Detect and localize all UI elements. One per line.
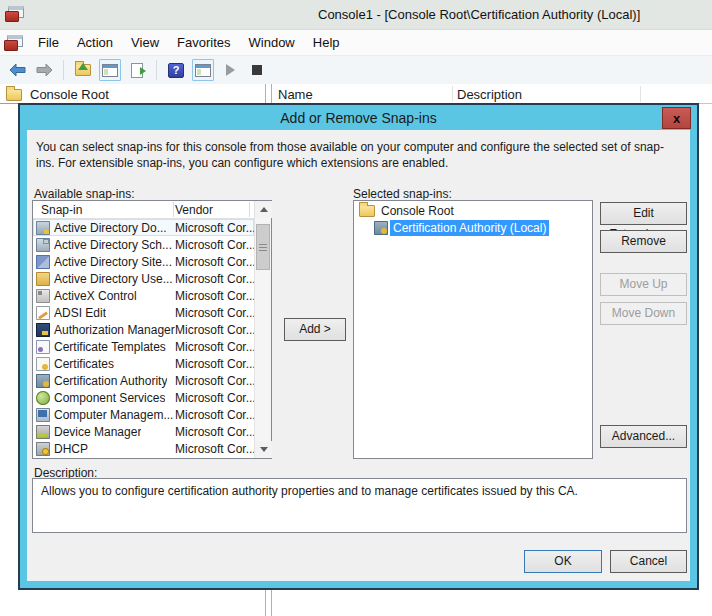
dialog-intro-text: You can select snap-ins for this console… — [36, 140, 676, 171]
edit-extensions-button[interactable]: Edit Extensions... — [600, 202, 687, 225]
certification-authority-icon — [36, 374, 50, 388]
forward-button[interactable] — [33, 59, 55, 81]
component-services-icon — [36, 391, 50, 405]
activex-control-icon — [36, 289, 50, 303]
snapin-row[interactable]: Authorization ManagerMicrosoft Cor... — [33, 321, 254, 338]
snapin-row[interactable]: CertificatesMicrosoft Cor... — [33, 355, 254, 372]
help-button[interactable]: ? — [165, 59, 187, 81]
remove-button[interactable]: Remove — [600, 230, 687, 253]
play-button[interactable] — [219, 59, 241, 81]
toolbar: ? — [0, 56, 712, 84]
selected-snapin-label: Certification Authority (Local) — [390, 220, 549, 236]
snapin-vendor: Microsoft Cor... — [175, 255, 256, 269]
active-directory-domains-icon — [36, 221, 50, 235]
device-manager-icon — [36, 425, 50, 439]
snapin-vendor: Microsoft Cor... — [175, 306, 256, 320]
snapin-row[interactable]: Certificate TemplatesMicrosoft Cor... — [33, 338, 254, 355]
available-snapins-label: Available snap-ins: — [34, 187, 135, 201]
computer-management-icon — [36, 408, 50, 422]
console-root-item[interactable]: Console Root — [354, 201, 592, 218]
snapin-row[interactable]: Component ServicesMicrosoft Cor... — [33, 389, 254, 406]
snapin-vendor: Microsoft Cor... — [175, 323, 256, 337]
help-icon: ? — [168, 63, 184, 78]
snapin-vendor: Microsoft Cor... — [175, 391, 256, 405]
tree-root-label: Console Root — [30, 87, 109, 102]
snapin-row[interactable]: ActiveX ControlMicrosoft Cor... — [33, 287, 254, 304]
folder-icon — [359, 205, 375, 217]
selected-snapin-item[interactable]: Certification Authority (Local) — [354, 218, 592, 236]
column-header-vendor[interactable]: Vendor — [175, 203, 213, 217]
move-up-button: Move Up — [600, 273, 687, 296]
snapin-row[interactable]: Active Directory Sch...Microsoft Cor... — [33, 236, 254, 253]
column-header-description[interactable]: Description — [457, 87, 522, 102]
menu-file[interactable]: File — [29, 31, 68, 54]
description-box: Allows you to configure certification au… — [32, 478, 687, 533]
snapin-name: ADSI Edit — [54, 306, 106, 320]
advanced-button[interactable]: Advanced... — [600, 425, 687, 448]
menu-help[interactable]: Help — [304, 31, 349, 54]
stop-button[interactable] — [246, 59, 268, 81]
active-directory-sites-icon — [36, 255, 50, 269]
column-header-snapin[interactable]: Snap-in — [41, 203, 82, 217]
folder-up-icon — [75, 64, 91, 76]
snapin-name: ActiveX Control — [54, 289, 137, 303]
snapin-row[interactable]: Device ManagerMicrosoft Cor... — [33, 423, 254, 440]
scroll-down-icon[interactable] — [255, 441, 272, 458]
export-list-icon — [131, 63, 143, 78]
dialog-title: Add or Remove Snap-ins — [280, 110, 436, 126]
snapin-row[interactable]: DHCPMicrosoft Cor... — [33, 440, 254, 457]
show-console-tree-button[interactable] — [99, 59, 121, 81]
play-icon — [226, 64, 235, 76]
menu-action[interactable]: Action — [68, 31, 122, 54]
list-header: Snap-in Vendor — [33, 201, 254, 219]
menu-view[interactable]: View — [122, 31, 168, 54]
export-list-button[interactable] — [126, 59, 148, 81]
list-scrollbar[interactable] — [254, 201, 271, 458]
list-column-headers: Name Description — [272, 84, 712, 104]
menu-window[interactable]: Window — [240, 31, 304, 54]
snapin-vendor: Microsoft Cor... — [175, 374, 256, 388]
certification-authority-icon — [374, 221, 388, 235]
mmc-app-icon-small[interactable] — [4, 35, 23, 51]
snapin-row[interactable]: Computer Managem...Microsoft Cor... — [33, 406, 254, 423]
scrollbar-thumb[interactable] — [256, 224, 270, 270]
add-button[interactable]: Add > — [284, 318, 346, 341]
snapin-row[interactable]: ADSI EditMicrosoft Cor... — [33, 304, 254, 321]
tree-root-item[interactable]: Console Root — [0, 86, 265, 104]
snapin-row[interactable]: Active Directory Do...Microsoft Cor... — [33, 219, 254, 236]
menu-favorites[interactable]: Favorites — [168, 31, 239, 54]
stop-icon — [252, 65, 262, 75]
available-rows: Active Directory Do...Microsoft Cor...Ac… — [33, 219, 254, 457]
column-header-name[interactable]: Name — [278, 87, 313, 102]
scroll-up-icon[interactable] — [255, 201, 272, 218]
back-button[interactable] — [6, 59, 28, 81]
move-down-button: Move Down — [600, 302, 687, 325]
toolbar-separator — [63, 60, 64, 80]
up-one-level-button[interactable] — [72, 59, 94, 81]
snapin-vendor: Microsoft Cor... — [175, 340, 256, 354]
dhcp-icon — [36, 442, 50, 456]
snapin-vendor: Microsoft Cor... — [175, 357, 256, 371]
close-icon[interactable]: x — [662, 107, 691, 129]
menu-bar: FileActionViewFavoritesWindowHelp — [0, 30, 712, 56]
snapin-vendor: Microsoft Cor... — [175, 221, 256, 235]
snapin-name: Active Directory Site... — [54, 255, 172, 269]
adsi-edit-icon — [36, 306, 50, 320]
cancel-button[interactable]: Cancel — [610, 550, 687, 573]
active-directory-users-icon — [36, 272, 50, 286]
snapin-vendor: Microsoft Cor... — [175, 289, 256, 303]
console-tree-icon — [102, 64, 118, 77]
window-title: Console1 - [Console Root\Certification A… — [318, 7, 640, 22]
snapin-row[interactable]: Active Directory Use...Microsoft Cor... — [33, 270, 254, 287]
console-root-label: Console Root — [381, 204, 454, 218]
ok-button[interactable]: OK — [524, 550, 602, 573]
certificate-templates-icon — [36, 340, 50, 354]
snapin-vendor: Microsoft Cor... — [175, 272, 256, 286]
snapin-name: Authorization Manager — [54, 323, 175, 337]
show-action-pane-button[interactable] — [192, 59, 214, 81]
snapin-row[interactable]: Certification AuthorityMicrosoft Cor... — [33, 372, 254, 389]
toolbar-separator — [156, 60, 157, 80]
snapin-row[interactable]: Active Directory Site...Microsoft Cor... — [33, 253, 254, 270]
menu-bar-items: FileActionViewFavoritesWindowHelp — [29, 31, 349, 54]
snapin-vendor: Microsoft Cor... — [175, 442, 256, 456]
